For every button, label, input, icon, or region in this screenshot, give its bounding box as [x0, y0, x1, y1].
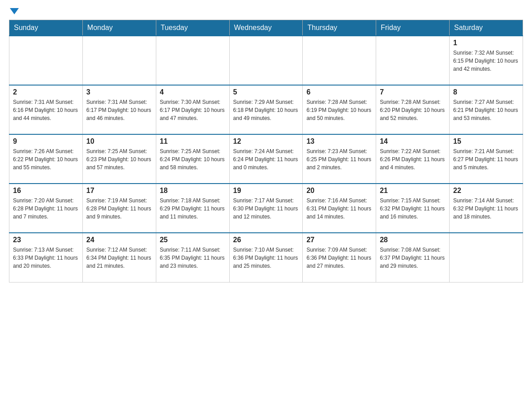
day-of-week-header: Tuesday — [156, 20, 229, 36]
day-info: Sunrise: 7:32 AM Sunset: 6:15 PM Dayligh… — [453, 49, 519, 73]
calendar-cell: 14Sunrise: 7:22 AM Sunset: 6:26 PM Dayli… — [376, 134, 450, 184]
day-number: 15 — [453, 137, 519, 146]
day-number: 11 — [160, 137, 226, 146]
day-info: Sunrise: 7:25 AM Sunset: 6:23 PM Dayligh… — [86, 147, 152, 171]
day-of-week-header: Wednesday — [229, 20, 303, 36]
calendar-cell: 19Sunrise: 7:17 AM Sunset: 6:30 PM Dayli… — [229, 184, 303, 233]
day-of-week-header: Thursday — [303, 20, 376, 36]
day-info: Sunrise: 7:21 AM Sunset: 6:27 PM Dayligh… — [453, 147, 519, 171]
day-number: 12 — [233, 137, 299, 146]
day-info: Sunrise: 7:10 AM Sunset: 6:36 PM Dayligh… — [233, 246, 299, 270]
calendar-cell: 5Sunrise: 7:29 AM Sunset: 6:18 PM Daylig… — [229, 85, 303, 134]
day-info: Sunrise: 7:13 AM Sunset: 6:33 PM Dayligh… — [13, 246, 79, 270]
day-of-week-header: Friday — [376, 20, 450, 36]
calendar-cell: 26Sunrise: 7:10 AM Sunset: 6:36 PM Dayli… — [229, 233, 303, 282]
day-number: 16 — [13, 187, 79, 195]
calendar-cell: 9Sunrise: 7:26 AM Sunset: 6:22 PM Daylig… — [9, 134, 83, 184]
day-info: Sunrise: 7:29 AM Sunset: 6:18 PM Dayligh… — [233, 98, 299, 122]
day-info: Sunrise: 7:16 AM Sunset: 6:31 PM Dayligh… — [306, 197, 372, 221]
calendar-cell: 27Sunrise: 7:09 AM Sunset: 6:36 PM Dayli… — [303, 233, 376, 282]
day-info: Sunrise: 7:24 AM Sunset: 6:24 PM Dayligh… — [233, 147, 299, 171]
calendar-cell: 18Sunrise: 7:18 AM Sunset: 6:29 PM Dayli… — [156, 184, 229, 233]
calendar-cell: 10Sunrise: 7:25 AM Sunset: 6:23 PM Dayli… — [82, 134, 156, 184]
day-info: Sunrise: 7:26 AM Sunset: 6:22 PM Dayligh… — [13, 147, 79, 171]
day-info: Sunrise: 7:08 AM Sunset: 6:37 PM Dayligh… — [380, 246, 446, 270]
calendar-cell: 7Sunrise: 7:28 AM Sunset: 6:20 PM Daylig… — [376, 85, 450, 134]
calendar-cell — [303, 36, 376, 85]
day-number: 19 — [233, 187, 299, 195]
day-number: 2 — [13, 88, 79, 96]
day-number: 6 — [306, 88, 372, 96]
day-number: 21 — [380, 187, 446, 195]
day-number: 1 — [453, 39, 519, 47]
day-number: 17 — [86, 187, 152, 195]
day-number: 9 — [13, 137, 79, 146]
calendar-cell — [82, 36, 156, 85]
calendar-week-row: 16Sunrise: 7:20 AM Sunset: 6:28 PM Dayli… — [9, 184, 523, 233]
calendar-cell: 24Sunrise: 7:12 AM Sunset: 6:34 PM Dayli… — [82, 233, 156, 282]
day-info: Sunrise: 7:28 AM Sunset: 6:19 PM Dayligh… — [306, 98, 372, 122]
calendar-cell: 13Sunrise: 7:23 AM Sunset: 6:25 PM Dayli… — [303, 134, 376, 184]
day-number: 14 — [380, 137, 446, 146]
calendar-cell: 23Sunrise: 7:13 AM Sunset: 6:33 PM Dayli… — [9, 233, 83, 282]
day-number: 28 — [380, 236, 446, 244]
day-info: Sunrise: 7:12 AM Sunset: 6:34 PM Dayligh… — [86, 246, 152, 270]
day-number: 7 — [380, 88, 446, 96]
calendar-cell — [450, 233, 523, 282]
calendar-cell: 2Sunrise: 7:31 AM Sunset: 6:16 PM Daylig… — [9, 85, 83, 134]
day-of-week-header: Monday — [82, 20, 156, 36]
day-number: 24 — [86, 236, 152, 244]
day-number: 13 — [306, 137, 372, 146]
calendar-cell: 15Sunrise: 7:21 AM Sunset: 6:27 PM Dayli… — [450, 134, 523, 184]
calendar-header-row: SundayMondayTuesdayWednesdayThursdayFrid… — [9, 20, 523, 36]
calendar-week-row: 1Sunrise: 7:32 AM Sunset: 6:15 PM Daylig… — [9, 36, 523, 85]
day-number: 23 — [13, 236, 79, 244]
day-number: 25 — [160, 236, 226, 244]
calendar-table: SundayMondayTuesdayWednesdayThursdayFrid… — [9, 20, 523, 283]
day-info: Sunrise: 7:31 AM Sunset: 6:17 PM Dayligh… — [86, 98, 152, 122]
calendar-cell: 25Sunrise: 7:11 AM Sunset: 6:35 PM Dayli… — [156, 233, 229, 282]
calendar-cell: 17Sunrise: 7:19 AM Sunset: 6:28 PM Dayli… — [82, 184, 156, 233]
day-number: 10 — [86, 137, 152, 146]
day-number: 22 — [453, 187, 519, 195]
day-info: Sunrise: 7:09 AM Sunset: 6:36 PM Dayligh… — [306, 246, 372, 270]
day-number: 5 — [233, 88, 299, 96]
calendar-cell — [156, 36, 229, 85]
day-number: 4 — [160, 88, 226, 96]
calendar-week-row: 9Sunrise: 7:26 AM Sunset: 6:22 PM Daylig… — [9, 134, 523, 184]
day-info: Sunrise: 7:28 AM Sunset: 6:20 PM Dayligh… — [380, 98, 446, 122]
calendar-cell: 3Sunrise: 7:31 AM Sunset: 6:17 PM Daylig… — [82, 85, 156, 134]
day-number: 8 — [453, 88, 519, 96]
calendar-cell: 1Sunrise: 7:32 AM Sunset: 6:15 PM Daylig… — [450, 36, 523, 85]
calendar-week-row: 23Sunrise: 7:13 AM Sunset: 6:33 PM Dayli… — [9, 233, 523, 282]
day-number: 20 — [306, 187, 372, 195]
day-info: Sunrise: 7:19 AM Sunset: 6:28 PM Dayligh… — [86, 197, 152, 221]
logo-triangle-icon — [10, 8, 19, 14]
calendar-cell: 22Sunrise: 7:14 AM Sunset: 6:32 PM Dayli… — [450, 184, 523, 233]
calendar-cell: 11Sunrise: 7:25 AM Sunset: 6:24 PM Dayli… — [156, 134, 229, 184]
day-info: Sunrise: 7:23 AM Sunset: 6:25 PM Dayligh… — [306, 147, 372, 171]
day-info: Sunrise: 7:15 AM Sunset: 6:32 PM Dayligh… — [380, 197, 446, 221]
day-of-week-header: Sunday — [9, 20, 83, 36]
calendar-cell: 6Sunrise: 7:28 AM Sunset: 6:19 PM Daylig… — [303, 85, 376, 134]
calendar-cell — [229, 36, 303, 85]
calendar-cell — [9, 36, 83, 85]
day-info: Sunrise: 7:11 AM Sunset: 6:35 PM Dayligh… — [160, 246, 226, 270]
day-info: Sunrise: 7:30 AM Sunset: 6:17 PM Dayligh… — [160, 98, 226, 122]
day-number: 27 — [306, 236, 372, 244]
calendar-cell: 16Sunrise: 7:20 AM Sunset: 6:28 PM Dayli… — [9, 184, 83, 233]
day-number: 3 — [86, 88, 152, 96]
day-number: 26 — [233, 236, 299, 244]
day-info: Sunrise: 7:27 AM Sunset: 6:21 PM Dayligh… — [453, 98, 519, 122]
calendar-cell: 28Sunrise: 7:08 AM Sunset: 6:37 PM Dayli… — [376, 233, 450, 282]
day-info: Sunrise: 7:17 AM Sunset: 6:30 PM Dayligh… — [233, 197, 299, 221]
day-info: Sunrise: 7:14 AM Sunset: 6:32 PM Dayligh… — [453, 197, 519, 221]
day-info: Sunrise: 7:20 AM Sunset: 6:28 PM Dayligh… — [13, 197, 79, 221]
day-info: Sunrise: 7:25 AM Sunset: 6:24 PM Dayligh… — [160, 147, 226, 171]
day-info: Sunrise: 7:18 AM Sunset: 6:29 PM Dayligh… — [160, 197, 226, 221]
calendar-cell: 12Sunrise: 7:24 AM Sunset: 6:24 PM Dayli… — [229, 134, 303, 184]
day-info: Sunrise: 7:22 AM Sunset: 6:26 PM Dayligh… — [380, 147, 446, 171]
day-number: 18 — [160, 187, 226, 195]
page-header — [9, 9, 523, 15]
calendar-cell: 21Sunrise: 7:15 AM Sunset: 6:32 PM Dayli… — [376, 184, 450, 233]
